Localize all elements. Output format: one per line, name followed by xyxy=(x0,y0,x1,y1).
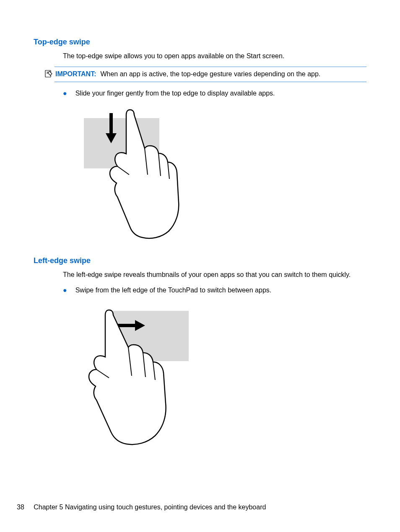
bullet-text: Swipe from the left edge of the TouchPad… xyxy=(75,286,272,295)
heading-top-edge-swipe: Top-edge swipe xyxy=(34,38,366,46)
important-note: IMPORTANT:When an app is active, the top… xyxy=(55,67,366,82)
chapter-title: Chapter 5 Navigating using touch gesture… xyxy=(34,504,266,511)
page-number: 38 xyxy=(17,504,24,511)
bullet-dot-icon: ● xyxy=(63,89,67,98)
page-footer: 38 Chapter 5 Navigating using touch gest… xyxy=(17,504,266,511)
note-text: When an app is active, the top-edge gest… xyxy=(100,70,320,77)
bullet-text: Slide your finger gently from the top ed… xyxy=(75,89,275,98)
illustration-left-edge-swipe xyxy=(75,302,366,449)
paragraph-top-edge-intro: The top-edge swipe allows you to open ap… xyxy=(63,52,366,61)
note-icon xyxy=(44,70,53,78)
document-page: Top-edge swipe The top-edge swipe allows… xyxy=(0,0,400,532)
bullet-left-edge: ● Swipe from the left edge of the TouchP… xyxy=(63,286,366,295)
bullet-top-edge: ● Slide your finger gently from the top … xyxy=(63,89,366,98)
note-label: IMPORTANT: xyxy=(55,70,96,77)
paragraph-left-edge-intro: The left-edge swipe reveals thumbnails o… xyxy=(63,270,366,279)
heading-left-edge-swipe: Left-edge swipe xyxy=(34,256,366,265)
bullet-dot-icon: ● xyxy=(63,286,67,295)
illustration-top-edge-swipe xyxy=(75,106,366,240)
